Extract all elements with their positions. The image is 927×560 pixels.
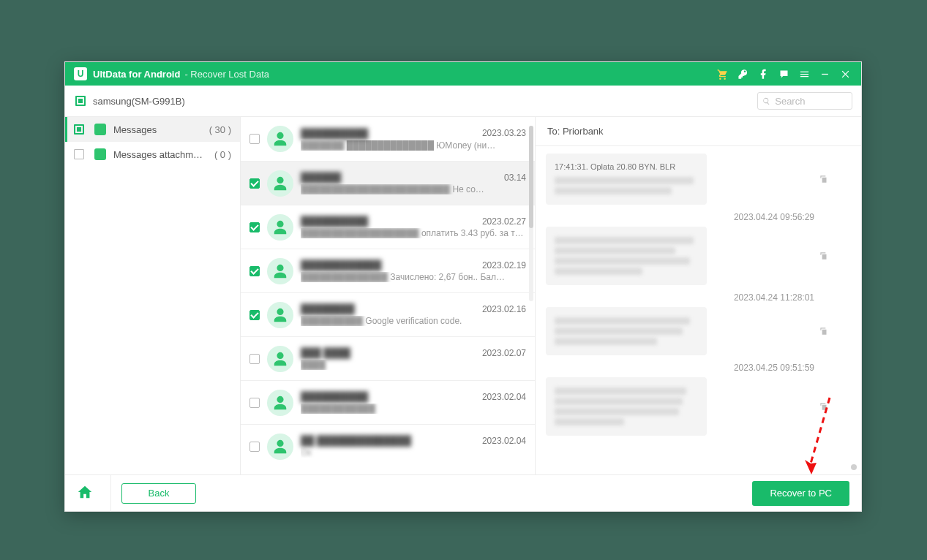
contact-name: ███ ████ bbox=[301, 347, 350, 358]
row-checkbox[interactable] bbox=[249, 354, 260, 364]
row-checkbox[interactable] bbox=[249, 134, 260, 144]
conversation-date: 2023.03.23 bbox=[482, 128, 526, 138]
search-input[interactable] bbox=[773, 95, 847, 107]
avatar-icon bbox=[267, 346, 293, 372]
avatar-icon bbox=[267, 434, 293, 460]
category-sidebar: Messages( 30 )Messages attachments( 0 ) bbox=[65, 117, 241, 474]
conversation-row[interactable]: ██████████2023.03.23███████ ████████████… bbox=[241, 117, 535, 161]
message-bubble bbox=[546, 227, 707, 285]
device-header: samsung(SM-G991B) bbox=[65, 86, 861, 117]
app-title: UltData for Android bbox=[93, 69, 180, 80]
conversation-date: 2023.02.27 bbox=[482, 216, 526, 227]
conversation-date: 03.14 bbox=[504, 173, 526, 183]
chat-recipient: To: Priorbank bbox=[547, 126, 604, 137]
message-preview: Ок bbox=[301, 447, 526, 458]
minimize-button[interactable] bbox=[814, 62, 835, 86]
conversation-date: 2023.02.19 bbox=[482, 260, 526, 270]
conversation-row[interactable]: ████████████2023.02.19██████████████ Зач… bbox=[241, 249, 535, 292]
contact-name: ██ ██████████████ bbox=[301, 435, 411, 446]
message-header: 17:41:31. Oplata 20.80 BYN. BLR bbox=[555, 161, 698, 174]
copy-icon[interactable] bbox=[819, 326, 829, 336]
row-checkbox[interactable] bbox=[249, 398, 260, 408]
avatar-icon bbox=[267, 126, 293, 152]
conversation-row[interactable]: ██████████2023.02.27███████████████████ … bbox=[241, 205, 535, 249]
message-timestamp: 2023.04.24 09:56:29 bbox=[546, 212, 814, 222]
app-logo-icon: U bbox=[74, 67, 87, 80]
copy-icon[interactable] bbox=[819, 251, 829, 261]
select-all-checkbox[interactable] bbox=[75, 96, 86, 106]
contact-name: ██████████ bbox=[301, 391, 368, 402]
message-timestamp: 2023.04.25 09:51:59 bbox=[546, 363, 814, 373]
svg-rect-0 bbox=[822, 73, 828, 74]
contact-name: ██████████ bbox=[301, 128, 368, 139]
app-window: U UltData for Android - Recover Lost Dat… bbox=[64, 61, 862, 512]
back-button[interactable]: Back bbox=[121, 483, 196, 504]
conversation-row[interactable]: ██████03.14████████████████████████ Не с… bbox=[241, 161, 535, 205]
messages-icon bbox=[94, 124, 106, 135]
message-timestamp: 2023.04.24 11:28:01 bbox=[546, 292, 814, 303]
contact-name: ██████ bbox=[301, 172, 341, 183]
message-bubble bbox=[546, 307, 707, 355]
search-box[interactable] bbox=[757, 92, 852, 110]
message-preview: ███████████████████ оплатить 3.43 руб. з… bbox=[301, 228, 526, 238]
conversation-date: 2023.02.07 bbox=[482, 348, 526, 358]
message-preview: ███████ ██████████████ ЮМоney (ни… bbox=[301, 140, 526, 151]
contact-name: ████████████ bbox=[301, 260, 382, 270]
app-subtitle: - Recover Lost Data bbox=[184, 69, 269, 80]
message-bubble bbox=[546, 377, 707, 436]
sidebar-item-messages-attachments[interactable]: Messages attachments( 0 ) bbox=[65, 142, 240, 167]
menu-icon[interactable] bbox=[794, 62, 814, 86]
category-label: Messages bbox=[113, 124, 202, 135]
message-bubble: 17:41:31. Oplata 20.80 BYN. BLR bbox=[546, 154, 707, 205]
close-button[interactable] bbox=[835, 62, 855, 86]
search-icon bbox=[762, 97, 770, 106]
avatar-icon bbox=[267, 302, 293, 328]
row-checkbox[interactable] bbox=[249, 310, 260, 320]
footer: Back Recover to PC bbox=[65, 474, 861, 511]
contact-name: ██████████ bbox=[301, 216, 368, 227]
conversation-row[interactable]: ██████████2023.02.04████████████ bbox=[241, 380, 535, 424]
copy-icon[interactable] bbox=[819, 174, 829, 184]
message-preview-pane: To: Priorbank 17:41:31. Oplata 20.80 BYN… bbox=[536, 117, 861, 474]
category-count: ( 30 ) bbox=[209, 124, 231, 135]
feedback-icon[interactable] bbox=[773, 62, 794, 86]
message-preview: ████████████████████████ Не со… bbox=[301, 184, 526, 194]
sidebar-item-messages[interactable]: Messages( 30 ) bbox=[65, 117, 240, 142]
row-checkbox[interactable] bbox=[249, 442, 260, 452]
conversation-date: 2023.02.16 bbox=[482, 304, 526, 314]
message-preview: ██████████ Google verification code. bbox=[301, 316, 526, 326]
contact-name: ████████ bbox=[301, 303, 355, 314]
category-count: ( 0 ) bbox=[214, 149, 231, 160]
avatar-icon bbox=[267, 214, 293, 241]
avatar-icon bbox=[267, 390, 293, 416]
recover-to-pc-button[interactable]: Recover to PC bbox=[752, 481, 849, 506]
messages-icon bbox=[94, 148, 106, 160]
conversation-list: ██████████2023.03.23███████ ████████████… bbox=[241, 117, 536, 474]
cart-icon[interactable] bbox=[712, 62, 732, 86]
row-checkbox[interactable] bbox=[249, 222, 260, 232]
conversation-date: 2023.02.04 bbox=[482, 392, 526, 402]
category-label: Messages attachments bbox=[113, 149, 207, 160]
avatar-icon bbox=[267, 258, 293, 284]
row-checkbox[interactable] bbox=[249, 178, 260, 189]
message-preview: ████████████ bbox=[301, 404, 526, 414]
titlebar: U UltData for Android - Recover Lost Dat… bbox=[65, 62, 861, 86]
copy-icon[interactable] bbox=[819, 401, 829, 412]
conversation-row[interactable]: ████████2023.02.16██████████ Google veri… bbox=[241, 292, 535, 336]
conversation-row[interactable]: ███ ████2023.02.07████ bbox=[241, 336, 535, 380]
scroll-indicator bbox=[851, 464, 857, 470]
conversation-date: 2023.02.04 bbox=[482, 436, 526, 446]
category-checkbox[interactable] bbox=[74, 124, 84, 135]
avatar-icon bbox=[267, 170, 293, 197]
home-icon[interactable] bbox=[77, 484, 93, 502]
scrollbar[interactable] bbox=[529, 126, 533, 301]
message-preview: ████ bbox=[301, 360, 526, 370]
facebook-icon[interactable] bbox=[753, 62, 773, 86]
key-icon[interactable] bbox=[732, 62, 753, 86]
category-checkbox[interactable] bbox=[74, 149, 84, 159]
conversation-row[interactable]: ██ ██████████████2023.02.04Ок bbox=[241, 424, 535, 468]
row-checkbox[interactable] bbox=[249, 266, 260, 276]
message-preview: ██████████████ Зачислено: 2,67 бон.. Бал… bbox=[301, 272, 526, 282]
device-name: samsung(SM-G991B) bbox=[93, 96, 185, 107]
